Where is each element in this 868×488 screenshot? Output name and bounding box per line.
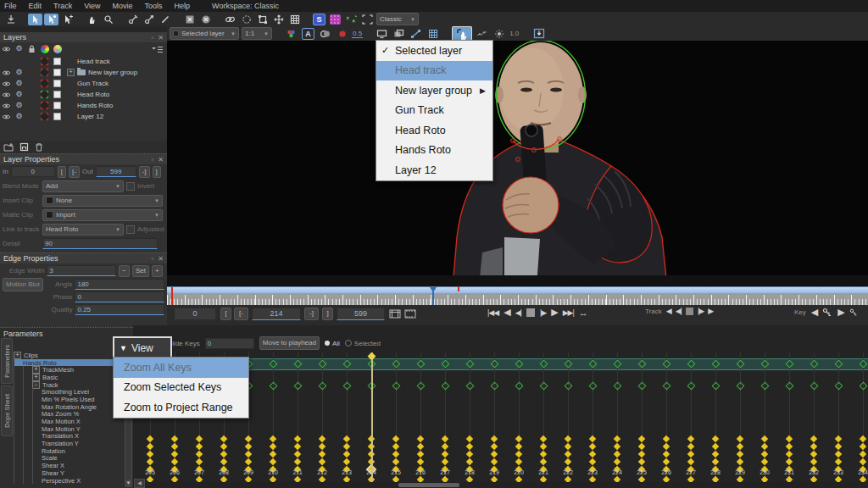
keyframe-yellow[interactable] [614, 435, 620, 441]
keyframe-yellow[interactable] [810, 451, 817, 458]
menu-view[interactable]: View [84, 2, 100, 10]
keyframe-yellow[interactable] [712, 435, 719, 441]
keyframe-yellow[interactable] [319, 458, 326, 465]
opacity-value[interactable]: 0.5 [352, 30, 363, 38]
keyframe-yellow[interactable] [786, 443, 793, 450]
keyframe-green[interactable] [663, 382, 671, 391]
tree-scroll-down-icon[interactable]: ▼ [125, 480, 132, 487]
layer-menu-item[interactable]: Gun Track [376, 101, 492, 121]
keyframe-yellow[interactable] [761, 458, 768, 465]
keyframe-green[interactable] [491, 382, 499, 391]
layer-menu-item[interactable]: Head Roto [376, 120, 492, 141]
keyframe-yellow[interactable] [540, 443, 547, 450]
keyframe-yellow[interactable] [687, 443, 694, 450]
keyframe-green[interactable] [319, 382, 327, 391]
keyframe-green[interactable] [442, 382, 450, 391]
layer-menu-item[interactable]: Head track [376, 61, 492, 81]
keyframe-yellow[interactable] [220, 451, 227, 458]
keyframe-green[interactable] [270, 382, 278, 391]
gear-icon[interactable]: ⚙ [13, 91, 25, 98]
tree-expander-icon[interactable]: + [14, 352, 21, 359]
angle-field[interactable]: 180 [75, 279, 164, 290]
keyframe-yellow[interactable] [565, 458, 571, 465]
keyframe-yellow[interactable] [786, 451, 793, 458]
keyframe-yellow[interactable] [589, 443, 596, 450]
layer-menu-item[interactable]: New layer group▶ [376, 80, 492, 101]
timeline-playhead[interactable] [432, 291, 434, 305]
stabilize-icon[interactable]: S [312, 14, 326, 25]
keyframe-yellow[interactable] [515, 435, 522, 441]
keyframe-yellow[interactable] [860, 435, 866, 441]
matte-clip-select[interactable]: Import▼ [42, 209, 163, 221]
menu-file[interactable]: File [4, 2, 17, 10]
menu-help[interactable]: Help [175, 2, 191, 10]
keyframe-yellow[interactable] [442, 443, 448, 450]
motion-blur-button[interactable]: Motion Blur [3, 278, 43, 291]
range-start-field[interactable]: 214 [252, 308, 301, 320]
keyframe-green[interactable] [515, 382, 524, 391]
menu-tools[interactable]: Tools [145, 2, 163, 10]
keyframe-green[interactable] [343, 382, 352, 391]
blend-mode-select[interactable]: Add▼ [42, 180, 124, 192]
viewer[interactable] [167, 41, 868, 286]
menu-track[interactable]: Track [53, 2, 72, 10]
keyframe-yellow[interactable] [860, 451, 866, 458]
link-icon[interactable] [223, 14, 237, 25]
keyframe-yellow[interactable] [442, 451, 448, 458]
out-frame-field[interactable]: 599 [337, 308, 385, 320]
layer-menu-item[interactable]: Layer 12 [376, 160, 492, 180]
layer-menu-icon[interactable] [151, 42, 164, 57]
key-add-icon[interactable] [849, 308, 858, 317]
pen-x-icon[interactable] [125, 14, 140, 25]
keyframe-yellow[interactable] [343, 451, 350, 458]
keyframe-yellow[interactable] [663, 435, 670, 441]
keyframe-yellow[interactable] [638, 443, 645, 450]
spline-color-swatch[interactable] [38, 91, 51, 98]
key-minus-icon[interactable] [822, 308, 832, 317]
path-icon[interactable] [409, 28, 423, 40]
track-stop-button[interactable] [686, 308, 693, 315]
matte-swatch[interactable] [51, 91, 64, 98]
matte-swatch[interactable] [51, 69, 64, 76]
layer-row[interactable]: ⚙Layer 12 [0, 111, 167, 122]
eye-icon[interactable] [0, 114, 13, 120]
zoom-select[interactable]: 1:1▼ [242, 27, 272, 40]
tree-item[interactable]: +Clips [14, 352, 122, 359]
classic-workspace-select[interactable]: Classic▼ [376, 13, 419, 25]
workspace-menu[interactable]: Workspace: Classic [212, 2, 279, 10]
key-back-button[interactable]: ◀ [811, 307, 817, 318]
keyframe-yellow[interactable] [540, 458, 547, 465]
trash-icon[interactable] [35, 140, 43, 155]
track-forward-button[interactable]: |▶ [698, 307, 704, 315]
gear-icon[interactable]: ⚙ [13, 113, 25, 120]
in-bracket-button[interactable]: [ [220, 308, 231, 320]
tree-item[interactable]: Shear Y [14, 469, 122, 477]
keyframe-yellow[interactable] [343, 458, 350, 465]
keyframe-yellow[interactable] [417, 435, 424, 441]
key-forward-button[interactable]: ▶ [837, 307, 843, 318]
keyframe-yellow[interactable] [835, 451, 842, 458]
keyframe-yellow[interactable] [392, 451, 399, 458]
keyframe-yellow[interactable] [392, 443, 399, 450]
view-menu-item[interactable]: Zoom All Keys [114, 358, 248, 378]
tree-item[interactable]: Hands Roto [14, 359, 122, 367]
quality-field[interactable]: 0.25 [75, 304, 164, 315]
eye-icon[interactable] [0, 92, 13, 98]
keyframe-green[interactable] [417, 382, 426, 391]
layer-select[interactable]: Selected layer▼ [170, 27, 239, 40]
gear-icon[interactable]: ⚙ [13, 102, 25, 109]
gear-icon[interactable]: ⚙ [13, 80, 25, 87]
keyframe-yellow[interactable] [319, 435, 326, 441]
film-icon[interactable] [404, 308, 416, 323]
matte-swatch[interactable] [51, 58, 64, 65]
pointer-add-icon[interactable] [44, 14, 58, 25]
hand-icon[interactable] [85, 14, 99, 25]
pen-arrow-icon[interactable] [142, 14, 156, 25]
keyframe-yellow[interactable] [589, 435, 596, 441]
trim-in-button[interactable]: [- [69, 166, 80, 178]
keyframe-green[interactable] [614, 382, 622, 391]
view-menu-item[interactable]: Zoom to Project Range [114, 397, 248, 418]
keyframe-yellow[interactable] [515, 458, 522, 465]
step-back-button[interactable]: ◀| [515, 308, 521, 317]
keyframe-yellow[interactable] [712, 458, 719, 465]
